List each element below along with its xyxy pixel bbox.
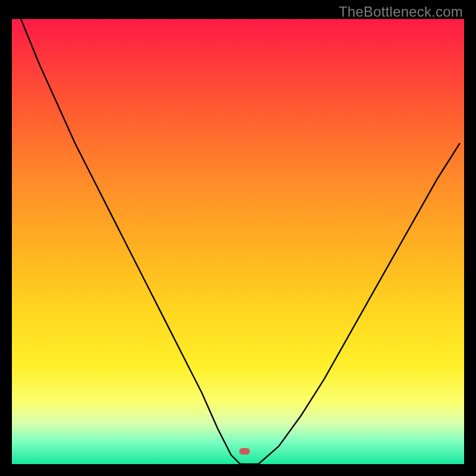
plot-area xyxy=(12,19,464,464)
chart-frame: TheBottleneck.com xyxy=(0,0,476,476)
curve-path xyxy=(21,19,459,464)
watermark-text: TheBottleneck.com xyxy=(339,4,463,20)
minimum-marker xyxy=(239,448,250,455)
bottleneck-curve xyxy=(12,19,464,464)
